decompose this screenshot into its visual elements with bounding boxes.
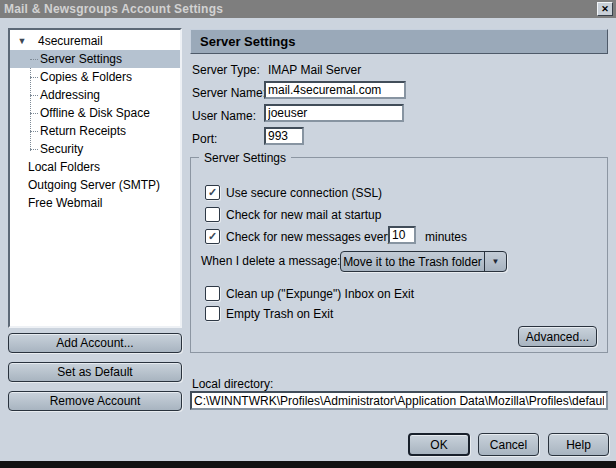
server-name-label: Server Name: (192, 86, 266, 100)
tree-connector (30, 113, 38, 114)
empty-trash-checkbox[interactable] (205, 306, 220, 321)
remove-account-button[interactable]: Remove Account (8, 391, 182, 411)
tree-item-outgoing-server[interactable]: Outgoing Server (SMTP) (10, 176, 180, 194)
tree-item-label: Local Folders (28, 160, 100, 174)
tree-connector (30, 77, 38, 78)
tree-item-label: Server Settings (40, 52, 122, 66)
check-mail-startup-checkbox[interactable] (205, 207, 220, 222)
help-button[interactable]: Help (548, 433, 609, 456)
tree-item-return-receipts[interactable]: Return Receipts (10, 122, 180, 140)
expunge-checkbox[interactable] (205, 286, 220, 301)
tree-item-4securemail[interactable]: ▼ 4securemail (10, 32, 180, 50)
panel-header: Server Settings (190, 29, 608, 54)
check-icon: ✓ (208, 186, 217, 198)
check-interval-label: Check for new messages every (226, 230, 393, 244)
tree-item-copies-folders[interactable]: Copies & Folders (10, 68, 180, 86)
check-interval-checkbox[interactable]: ✓ (205, 229, 220, 244)
twisty-open-icon[interactable]: ▼ (17, 36, 27, 46)
titlebar: Mail & Newsgroups Account Settings ✕ (0, 0, 616, 18)
window-bottom-edge (0, 461, 616, 468)
server-type-label: Server Type: (192, 63, 260, 77)
server-type-value: IMAP Mail Server (268, 63, 361, 77)
tree-item-label: Outgoing Server (SMTP) (28, 178, 160, 192)
tree-item-label: Return Receipts (40, 124, 126, 138)
close-icon: ✕ (601, 4, 609, 14)
tree-item-security[interactable]: Security (10, 140, 180, 158)
tree-item-label: Copies & Folders (40, 70, 132, 84)
dropdown-arrow-icon: ▼ (485, 252, 506, 271)
check-mail-startup-label: Check for new mail at startup (226, 208, 381, 222)
tree-item-free-webmail[interactable]: Free Webmail (10, 194, 180, 212)
ssl-checkbox[interactable]: ✓ (205, 185, 220, 200)
tree-connector (30, 95, 38, 96)
delete-message-selected: Move it to the Trash folder (341, 252, 484, 271)
tree-connector (30, 131, 38, 132)
tree-item-offline-disk-space[interactable]: Offline & Disk Space (10, 104, 180, 122)
set-as-default-button[interactable]: Set as Default (8, 362, 182, 382)
server-name-input[interactable] (264, 81, 406, 99)
ok-button[interactable]: OK (408, 433, 470, 456)
user-name-label: User Name: (192, 109, 256, 123)
account-settings-dialog: Mail & Newsgroups Account Settings ✕ ▼ 4… (0, 0, 616, 468)
panel-title: Server Settings (200, 34, 295, 49)
server-settings-group-legend: Server Settings (199, 151, 291, 165)
local-directory-label: Local directory: (192, 377, 273, 391)
empty-trash-label: Empty Trash on Exit (226, 307, 333, 321)
tree-item-label: Addressing (40, 88, 100, 102)
expunge-label: Clean up ("Expunge") Inbox on Exit (226, 287, 414, 301)
tree-connector (30, 59, 38, 60)
port-input[interactable] (264, 127, 304, 145)
user-name-input[interactable] (264, 104, 404, 122)
window-title: Mail & Newsgroups Account Settings (4, 2, 597, 16)
tree-item-label: Security (40, 142, 83, 156)
check-interval-minutes-label: minutes (425, 230, 467, 244)
tree-item-local-folders[interactable]: Local Folders (10, 158, 180, 176)
advanced-button[interactable]: Advanced... (518, 326, 597, 347)
tree-item-label: Offline & Disk Space (40, 106, 150, 120)
tree-item-label: 4securemail (38, 34, 103, 48)
check-icon: ✓ (208, 230, 217, 242)
close-button[interactable]: ✕ (597, 2, 613, 16)
tree-item-label: Free Webmail (28, 196, 102, 210)
tree-connector (30, 149, 38, 150)
account-tree: ▼ 4securemail Server Settings Copies & F… (8, 28, 182, 328)
check-interval-input[interactable] (388, 226, 416, 244)
delete-message-dropdown[interactable]: Move it to the Trash folder ▼ (340, 251, 507, 272)
add-account-button[interactable]: Add Account... (8, 333, 182, 353)
port-label: Port: (192, 132, 217, 146)
local-directory-input[interactable] (190, 391, 608, 410)
delete-message-label: When I delete a message: (201, 254, 340, 268)
cancel-button[interactable]: Cancel (478, 433, 539, 456)
tree-item-server-settings[interactable]: Server Settings (10, 50, 180, 68)
ssl-checkbox-label: Use secure connection (SSL) (226, 186, 382, 200)
tree-item-addressing[interactable]: Addressing (10, 86, 180, 104)
